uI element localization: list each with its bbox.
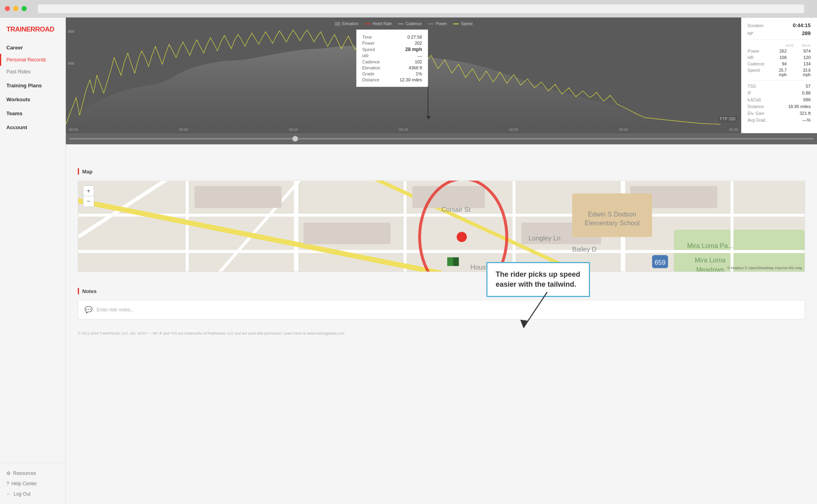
timeline-track[interactable] (69, 138, 814, 140)
time-label-1: 00:05 (179, 128, 188, 132)
sidebar-item-workouts[interactable]: Workouts (0, 93, 65, 106)
chart-area[interactable]: Elevation Heart Rate Cadence Power (66, 18, 817, 133)
minimize-button[interactable] (13, 6, 18, 11)
stats-panel: Duration 0:44:15 NP 289 AVG MAX Power 26… (741, 18, 817, 133)
zoom-in-button[interactable]: + (83, 186, 94, 196)
svg-text:Meadows: Meadows (696, 266, 724, 272)
tooltip-elevation-label: Elevation (362, 65, 389, 71)
notes-placeholder: Enter ride notes... (97, 307, 134, 313)
speed-avg-val: 25.7 mph (771, 68, 787, 77)
map-attribution: © Mapbox © OpenStreetMap Improve this ma… (727, 266, 802, 270)
stats-header: AVG MAX (748, 43, 811, 47)
tss-label: TSS (748, 84, 756, 89)
duration-label: Duration (748, 23, 764, 28)
elv-gain-row: Elv. Gain 321 ft (748, 111, 811, 116)
svg-point-29 (457, 232, 467, 242)
map-container[interactable]: Edwin S Dodson Elementary School Airway … (78, 180, 805, 272)
heart-rate-label: Heart Rate (373, 22, 392, 26)
timeline-thumb[interactable] (292, 136, 298, 142)
hr-stats-label: HR (748, 55, 771, 60)
y-label-900: 900 (68, 30, 74, 33)
svg-text:Corsair St: Corsair St (442, 206, 471, 213)
notes-input[interactable]: 💬 Enter ride notes... (78, 300, 805, 319)
tooltip-time-value: 0:27:58 (389, 34, 422, 40)
tooltip-cadence-row: Cadence 102 (362, 59, 422, 65)
tooltip-distance-value: 12.30 miles (389, 77, 422, 83)
sidebar-item-teams[interactable]: Teams (0, 107, 65, 120)
cadence-vals: 94 134 (771, 61, 811, 66)
sidebar-item-personal-records[interactable]: Personal Records (0, 54, 65, 66)
power-stats-label: Power (748, 49, 771, 53)
map-title-text: Map (82, 169, 93, 175)
tooltip-distance-row: Distance 12.30 miles (362, 77, 422, 83)
svg-text:Edwin S Dodson: Edwin S Dodson (588, 211, 636, 218)
callout-text: The rider picks up speed easier with the… (495, 270, 580, 288)
tss-value: 57 (806, 84, 811, 89)
speed-label: Speed (461, 22, 472, 26)
sidebar-item-training-plans[interactable]: Training Plans (0, 79, 65, 92)
avg-grad-row: Avg Grad. —% (748, 118, 811, 122)
callout-box: The rider picks up speed easier with the… (486, 262, 590, 297)
tooltip-table: Time 0:27:58 Power 202 Speed 28 mph HR (362, 34, 422, 83)
notes-title-text: Notes (82, 288, 97, 294)
tooltip-hr-value: — (389, 53, 422, 59)
elv-gain-label: Elv. Gain (748, 111, 764, 116)
tooltip-grade-value: 1% (389, 71, 422, 77)
logo-accent-red: ROAD (35, 26, 54, 33)
power-avg-val: 262 (771, 49, 787, 53)
app-container: TRAINERROAD Career Personal Records Past… (0, 18, 817, 504)
logout-icon: ← (6, 491, 11, 497)
logout-label: Log Out (14, 491, 31, 497)
time-label-0: 00:00 (69, 128, 78, 132)
notes-title: Notes (78, 288, 805, 294)
sidebar-item-past-rides[interactable]: Past Rides (0, 66, 65, 78)
avg-grad-label: Avg Grad. (748, 118, 766, 122)
speed-max-val: 33.6 mph (795, 68, 811, 77)
timeline[interactable] (66, 133, 817, 144)
if-value: 0.88 (802, 91, 811, 95)
hr-avg-val: 106 (771, 55, 787, 60)
sidebar-footer: ⚙ Resources ? Help Center ← Log Out (0, 463, 65, 504)
kj-label: kJ(Cal) (748, 97, 761, 102)
avg-col-header: AVG (785, 43, 794, 47)
training-plans-section: Training Plans (0, 79, 65, 92)
address-bar[interactable] (38, 4, 804, 13)
zoom-out-button[interactable]: − (83, 196, 94, 207)
stats-divider-2 (748, 80, 811, 81)
power-dot (428, 24, 434, 24)
sidebar-log-out[interactable]: ← Log Out (6, 489, 59, 499)
tooltip-arrow-line (428, 87, 428, 118)
workouts-section: Workouts (0, 93, 65, 106)
tooltip-power-label: Power (362, 40, 389, 46)
tss-row: TSS 57 (748, 84, 811, 89)
elv-gain-value: 321 ft (799, 111, 811, 116)
tooltip-hr-row: HR — (362, 53, 422, 59)
sidebar-resources[interactable]: ⚙ Resources (6, 468, 59, 478)
tooltip-grade-row: Grade 1% (362, 71, 422, 77)
sidebar-help-center[interactable]: ? Help Center (6, 478, 59, 489)
speed-stats-label: Speed (748, 68, 771, 73)
sidebar-item-career[interactable]: Career (0, 41, 65, 54)
svg-text:Elementary School: Elementary School (585, 219, 639, 226)
cadence-label: Cadence (406, 22, 422, 26)
sidebar-item-account[interactable]: Account (0, 121, 65, 134)
distance-stats-label: Distance (748, 104, 764, 109)
account-section: Account (0, 121, 65, 134)
legend-power: Power (428, 22, 447, 26)
tooltip-speed-value: 28 mph (389, 46, 422, 53)
window-chrome (0, 0, 817, 18)
time-labels: 00:00 00:05 00:10 00:15 00:20 00:25 00:3… (69, 128, 738, 132)
tooltip-cadence-label: Cadence (362, 59, 389, 65)
maximize-button[interactable] (22, 6, 27, 11)
svg-rect-19 (304, 222, 391, 244)
callout-arrow (515, 292, 555, 332)
np-row: NP 289 (748, 30, 811, 36)
map-controls: + − (83, 185, 94, 207)
elevation-dot (335, 22, 340, 26)
close-button[interactable] (5, 6, 10, 11)
tooltip-elevation-row: Elevation 4368 ft (362, 65, 422, 71)
tooltip-power-row: Power 202 (362, 40, 422, 46)
avg-grad-value: —% (802, 118, 811, 122)
if-label: IF (748, 91, 751, 95)
svg-text:Longley Ln: Longley Ln (529, 234, 560, 242)
